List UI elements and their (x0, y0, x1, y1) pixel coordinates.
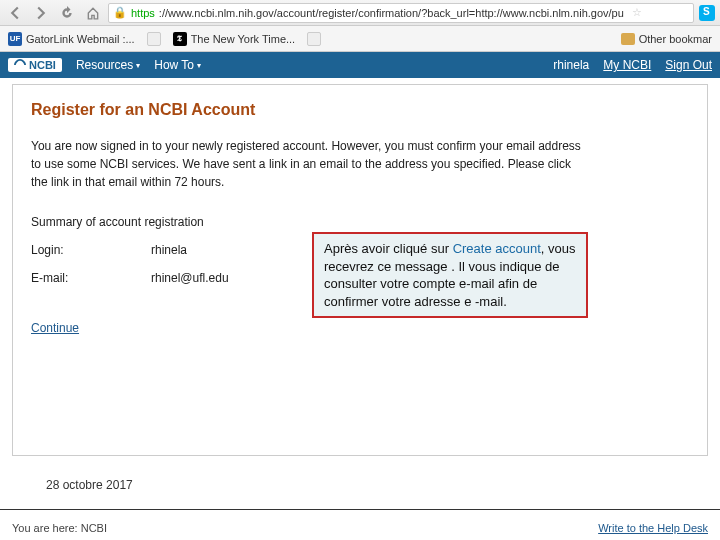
footer-divider (0, 509, 720, 510)
back-button[interactable] (4, 3, 26, 23)
my-ncbi-link[interactable]: My NCBI (603, 58, 651, 72)
url-bar[interactable]: 🔒 https://www.ncbi.nlm.nih.gov/account/r… (108, 3, 694, 23)
star-icon[interactable]: ☆ (632, 6, 642, 19)
howto-menu[interactable]: How To▾ (154, 58, 201, 72)
sign-out-link[interactable]: Sign Out (665, 58, 712, 72)
extension-icon[interactable] (698, 4, 716, 22)
summary-heading: Summary of account registration (31, 215, 689, 229)
ncbi-header: NCBI Resources▾ How To▾ rhinela My NCBI … (0, 52, 720, 78)
slide-date: 28 octobre 2017 (46, 478, 133, 492)
forward-button[interactable] (30, 3, 52, 23)
confirmation-message: You are now signed in to your newly regi… (31, 137, 591, 191)
breadcrumb: You are here: NCBI (12, 522, 107, 534)
help-desk-link[interactable]: Write to the Help Desk (598, 522, 708, 534)
bookmark-gatorlink[interactable]: UFGatorLink Webmail :... (8, 32, 135, 46)
continue-link[interactable]: Continue (31, 321, 79, 335)
bookmark-label: Other bookmar (639, 33, 712, 45)
ncbi-logo[interactable]: NCBI (8, 58, 62, 72)
footer: You are here: NCBI Write to the Help Des… (0, 522, 720, 534)
annotation-callout: Après avoir cliqué sur Create account, v… (312, 232, 588, 318)
reload-button[interactable] (56, 3, 78, 23)
login-label: Login: (31, 243, 151, 257)
page-title: Register for an NCBI Account (31, 101, 689, 119)
resources-menu[interactable]: Resources▾ (76, 58, 140, 72)
url-protocol: https (131, 7, 155, 19)
browser-toolbar: 🔒 https://www.ncbi.nlm.nih.gov/account/r… (0, 0, 720, 26)
ncbi-swoosh-icon (12, 57, 29, 74)
bookmark-blank-2[interactable] (307, 32, 321, 46)
bookmark-nyt[interactable]: 𝕿The New York Time... (173, 32, 296, 46)
login-value: rhinela (151, 243, 187, 257)
home-button[interactable] (82, 3, 104, 23)
username-link[interactable]: rhinela (553, 58, 589, 72)
chevron-down-icon: ▾ (197, 61, 201, 70)
keyword-account: account (495, 241, 541, 256)
email-value: rhinel@ufl.edu (151, 271, 229, 285)
url-text: ://www.ncbi.nlm.nih.gov/account/register… (159, 7, 624, 19)
folder-icon (621, 33, 635, 45)
keyword-create: Create (453, 241, 492, 256)
bookmark-label: GatorLink Webmail :... (26, 33, 135, 45)
bookmarks-bar: UFGatorLink Webmail :... 𝕿The New York T… (0, 26, 720, 52)
chevron-down-icon: ▾ (136, 61, 140, 70)
email-label: E-mail: (31, 271, 151, 285)
bookmark-blank[interactable] (147, 32, 161, 46)
lock-icon: 🔒 (113, 6, 127, 19)
other-bookmarks[interactable]: Other bookmar (621, 33, 712, 45)
bookmark-label: The New York Time... (191, 33, 296, 45)
